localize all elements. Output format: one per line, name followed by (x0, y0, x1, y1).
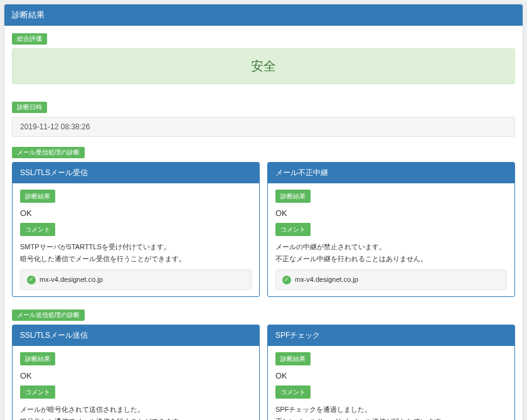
card-spf: SPFチェック 診断結果 OK コメント SPFチェックを通過しました。 正しい… (267, 325, 515, 420)
check-icon: ✓ (282, 276, 291, 284)
card-relay: メール不正中継 診断結果 OK コメント メールの中継が禁止されています。 不正… (267, 162, 515, 297)
card-ssl-receive: SSL/TLSメール受信 診断結果 OK コメント SMTPサーバがSTARTT… (12, 162, 260, 297)
date-label: 診断日時 (12, 102, 47, 113)
comment-lines: メールが暗号化されて送信されました。 暗号化した通信でメール送信を行うことができ… (20, 404, 252, 420)
result-label: 診断結果 (275, 190, 311, 203)
card-body: 診断結果 OK コメント メールが暗号化されて送信されました。 暗号化した通信で… (13, 346, 259, 420)
main-panel: 診断結果 総合評価 安全 診断日時 2019-11-12 08:38:26 メー… (4, 4, 523, 420)
comment-lines: SMTPサーバがSTARTTLSを受け付けています。 暗号化した通信でメール受信… (20, 241, 252, 264)
result-label: 診断結果 (275, 352, 311, 365)
status-text: OK (275, 207, 507, 220)
receive-cards-row: SSL/TLSメール受信 診断結果 OK コメント SMTPサーバがSTARTT… (4, 162, 523, 304)
send-section-label-wrap: メール送信処理の診断 (4, 310, 523, 325)
comment-lines: SPFチェックを通過しました。 正しいメールサーバからメール送信が行われています… (275, 404, 507, 420)
card-title: SPFチェック (268, 325, 514, 346)
card-title: メール不正中継 (268, 163, 514, 183)
card-title: SSL/TLSメール受信 (13, 163, 259, 183)
server-box: ✓ mx-v4.designet.co.jp (20, 269, 252, 290)
overall-verdict: 安全 (12, 48, 515, 84)
check-icon: ✓ (27, 276, 36, 284)
send-cards-row-1: SSL/TLSメール送信 診断結果 OK コメント メールが暗号化されて送信され… (4, 325, 523, 420)
status-text: OK (275, 369, 507, 383)
server-name: mx-v4.designet.co.jp (295, 274, 358, 286)
server-box: ✓ mx-v4.designet.co.jp (275, 269, 507, 290)
comment-line: SMTPサーバがSTARTTLSを受け付けています。 (20, 241, 252, 253)
comment-line: メールの中継が禁止されています。 (275, 241, 507, 253)
comment-lines: メールの中継が禁止されています。 不正なメール中継を行われることはありません。 (275, 241, 507, 264)
card-ssl-send: SSL/TLSメール送信 診断結果 OK コメント メールが暗号化されて送信され… (12, 325, 260, 420)
send-section-label: メール送信処理の診断 (12, 310, 85, 321)
date-value: 2019-11-12 08:38:26 (12, 117, 515, 137)
comment-label: コメント (275, 223, 311, 236)
status-text: OK (20, 369, 252, 383)
comment-line: 正しいメールサーバからメール送信が行われています。 (275, 416, 507, 420)
overall-block: 総合評価 安全 (4, 26, 523, 84)
comment-label: コメント (20, 385, 55, 399)
page-title: 診断結果 (4, 4, 523, 26)
result-label: 診断結果 (20, 352, 55, 365)
status-text: OK (20, 207, 252, 220)
card-body: 診断結果 OK コメント メールの中継が禁止されています。 不正なメール中継を行… (268, 183, 514, 296)
comment-label: コメント (20, 223, 55, 236)
comment-line: 暗号化した通信でメール送信を行うことができます。 (20, 416, 252, 420)
card-body: 診断結果 OK コメント SMTPサーバがSTARTTLSを受け付けています。 … (13, 183, 259, 296)
receive-section-label-wrap: メール受信処理の診断 (4, 147, 523, 162)
card-title: SSL/TLSメール送信 (13, 325, 259, 346)
server-name: mx-v4.designet.co.jp (40, 274, 103, 286)
card-body: 診断結果 OK コメント SPFチェックを通過しました。 正しいメールサーバから… (268, 346, 514, 420)
comment-label: コメント (275, 385, 311, 399)
comment-line: 暗号化した通信でメール受信を行うことができます。 (20, 253, 252, 265)
comment-line: SPFチェックを通過しました。 (275, 404, 507, 416)
comment-line: メールが暗号化されて送信されました。 (20, 404, 252, 416)
date-block: 診断日時 2019-11-12 08:38:26 (4, 94, 523, 137)
overall-label: 総合評価 (12, 33, 47, 45)
comment-line: 不正なメール中継を行われることはありません。 (275, 253, 507, 265)
receive-section-label: メール受信処理の診断 (12, 147, 85, 158)
result-label: 診断結果 (20, 190, 55, 203)
